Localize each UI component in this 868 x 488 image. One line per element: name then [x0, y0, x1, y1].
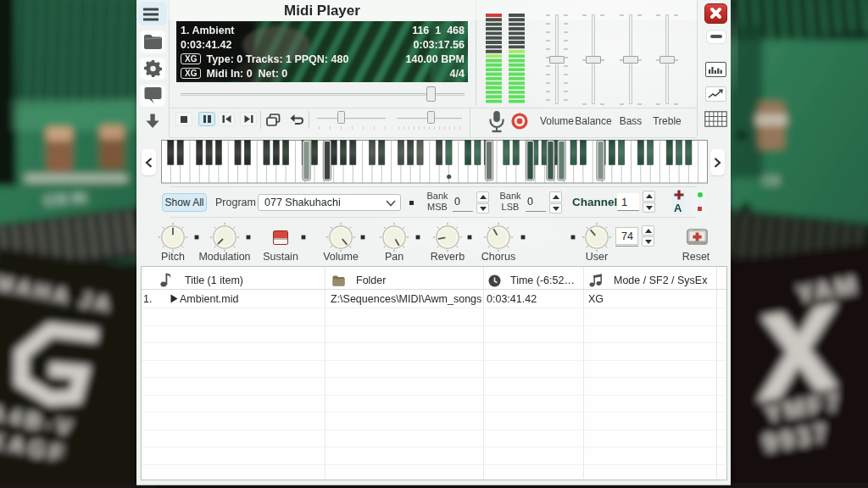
svg-text:C/S IN: C/S IN	[43, 190, 86, 208]
svg-text:C8: C8	[763, 173, 779, 187]
